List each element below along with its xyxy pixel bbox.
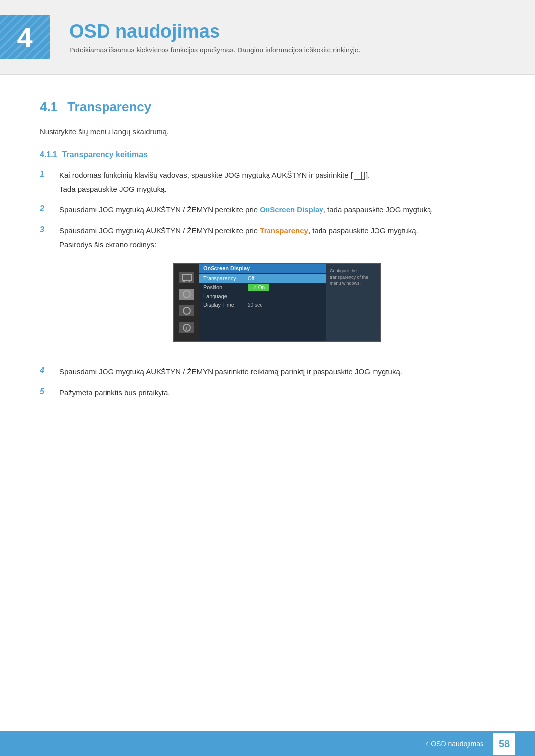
info-icon: i <box>183 324 191 332</box>
step-1: 1 Kai rodomas funkcinių klavišų vadovas,… <box>40 169 495 195</box>
step-1-content: Kai rodomas funkcinių klavišų vadovas, s… <box>59 169 495 195</box>
osd-item-label-display-time: Display Time <box>203 302 248 308</box>
section-number: 4.1 <box>40 100 57 115</box>
gear-icon <box>183 307 191 315</box>
step-5: 5 Pažymėta parinktis bus pritaikyta. <box>40 387 495 399</box>
step-5-text: Pažymėta parinktis bus pritaikyta. <box>59 388 170 397</box>
steps-list: 1 Kai rodomas funkcinių klavišų vadovas,… <box>40 169 495 399</box>
osd-item-label-transparency: Transparency <box>203 275 248 281</box>
step-3-content: Spausdami JOG mygtuką AUKŠTYN / ŽEMYN pe… <box>59 225 495 357</box>
osd-item-value-off: Off <box>248 276 254 281</box>
step-1-text: Kai rodomas funkcinių klavišų vadovas, s… <box>59 171 495 195</box>
step-3: 3 Spausdami JOG mygtuką AUKŠTYN / ŽEMYN … <box>40 225 495 357</box>
step-2-number: 2 <box>40 204 54 213</box>
osd-info-text: Configure the transparency of the menu w… <box>330 268 376 287</box>
chapter-title-block: OSD naudojimas Pateikiamas išsamus kiekv… <box>69 21 360 54</box>
chapter-number-block: 4 <box>0 15 50 59</box>
chapter-number: 4 <box>17 21 32 53</box>
osd-menu: Transparency Off Position ✓ On <box>199 273 326 341</box>
step-1-number: 1 <box>40 170 54 179</box>
sidebar-gear-icon <box>179 305 194 316</box>
osd-info-panel: Configure the transparency of the menu w… <box>326 264 380 341</box>
transparency-link: Transparency <box>260 226 308 235</box>
step-2-content: Spausdami JOG mygtuką AUKŠTYN / ŽEMYN pe… <box>59 204 495 216</box>
on-badge: ✓ On <box>248 284 269 291</box>
osd-item-label-position: Position <box>203 284 248 290</box>
osd-menu-panel: OnScreen Display Transparency Off Positi… <box>199 264 326 341</box>
osd-menu-position: Position ✓ On <box>199 283 326 292</box>
osd-item-label-language: Language <box>203 293 248 299</box>
chapter-subtitle: Pateikiamas išsamus kiekvienos funkcijos… <box>69 46 360 54</box>
step-5-content: Pažymėta parinktis bus pritaikyta. <box>59 387 495 399</box>
step-4-content: Spausdami JOG mygtuką AUKŠTYN / ŽEMYN pa… <box>59 366 495 378</box>
osd-screen-mockup: i OnScreen Display Transparency Off <box>173 263 381 342</box>
footer-chapter-text: 4 OSD naudojimas <box>425 740 483 748</box>
step-3-text: Spausdami JOG mygtuką AUKŠTYN / ŽEMYN pe… <box>59 226 418 235</box>
osd-menu-display-time: Display Time 20 sec <box>199 301 326 309</box>
section-heading: 4.1 Transparency <box>40 100 495 115</box>
section-description: Nustatykite šių meniu langų skaidrumą. <box>40 127 495 136</box>
subsection-title: Transparency keitimas <box>62 151 148 159</box>
page-header: 4 OSD naudojimas Pateikiamas išsamus kie… <box>0 0 535 75</box>
step-3-number: 3 <box>40 225 54 234</box>
step-4: 4 Spausdami JOG mygtuką AUKŠTYN / ŽEMYN … <box>40 366 495 378</box>
subsection-number: 4.1.1 <box>40 151 57 159</box>
osd-mockup-container: i OnScreen Display Transparency Off <box>59 263 495 342</box>
page-footer: 4 OSD naudojimas 58 <box>0 731 535 756</box>
step-4-text: Spausdami JOG mygtuką AUKŠTYN / ŽEMYN pa… <box>59 367 402 376</box>
grid-icon <box>354 172 365 180</box>
step-2-text: Spausdami JOG mygtuką AUKŠTYN / ŽEMYN pe… <box>59 205 433 214</box>
footer-page-number: 58 <box>493 733 515 755</box>
sidebar-brightness-icon <box>179 289 194 300</box>
osd-menu-header: OnScreen Display <box>199 264 326 273</box>
osd-sidebar: i <box>174 264 199 341</box>
sidebar-info-icon: i <box>179 322 194 333</box>
osd-item-value-display-time: 20 sec <box>248 302 262 308</box>
step-3-subtext: Pasirodys šis ekrano rodinys: <box>59 239 495 251</box>
section-title: Transparency <box>67 100 151 115</box>
osd-menu-transparency: Transparency Off <box>199 274 326 283</box>
chapter-title: OSD naudojimas <box>69 21 360 42</box>
onscreen-display-link: OnScreen Display <box>260 205 323 214</box>
main-content: 4.1 Transparency Nustatykite šių meniu l… <box>0 100 535 399</box>
sidebar-monitor-icon <box>179 272 194 283</box>
osd-item-value-on: ✓ On <box>248 285 269 290</box>
step-2: 2 Spausdami JOG mygtuką AUKŠTYN / ŽEMYN … <box>40 204 495 216</box>
step-5-number: 5 <box>40 387 54 396</box>
step-1-subtext: Tada paspauskite JOG mygtuką. <box>59 183 495 195</box>
step-4-number: 4 <box>40 366 54 375</box>
subsection-heading: 4.1.1 Transparency keitimas <box>40 151 495 159</box>
brightness-icon <box>183 290 191 298</box>
osd-menu-language: Language <box>199 292 326 301</box>
monitor-icon <box>182 274 192 281</box>
